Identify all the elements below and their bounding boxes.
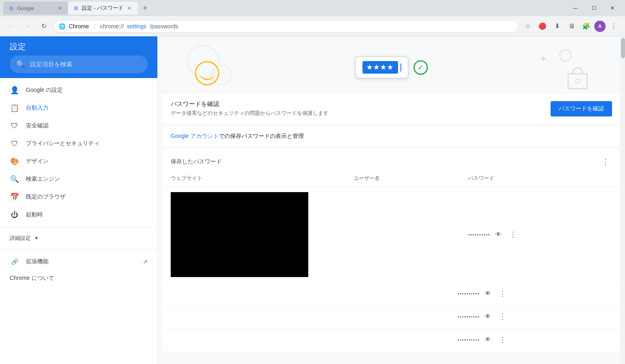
privacy-shield-icon: 🛡 [10, 139, 19, 148]
scrollbar-track [620, 36, 625, 364]
url-scheme: chrome:// [100, 23, 123, 30]
sidebar-item-autofill[interactable]: 📋 自動入力 [0, 99, 157, 117]
check-text-area: パスワードを確認 データ侵害などのセキュリティの問題からパスワードを保護します [171, 100, 544, 117]
password-cell-1: •••••••••• 👁 ⋮ [460, 187, 620, 282]
url-separator: | [94, 23, 95, 30]
check-description: データ侵害などのセキュリティの問題からパスワードを保護します [171, 110, 544, 117]
deco-asterisk: ✦ [539, 53, 547, 65]
screen-icon[interactable]: 🖥 [565, 20, 578, 33]
show-password-button-1[interactable]: 👁 [492, 228, 505, 241]
sidebar-item-design-label: デザイン [26, 158, 49, 165]
profile-avatar[interactable]: A [594, 21, 606, 32]
settings-header-title: 設定 [10, 41, 26, 52]
settings-search-bar: 設定 🔍 設定項目を検索 [0, 36, 157, 78]
about-chrome-label: Chrome について [10, 275, 54, 282]
close-button[interactable]: ✕ [603, 2, 622, 15]
password-more-button-3[interactable]: ⋮ [496, 310, 509, 323]
external-link-icon: ↗ [143, 258, 148, 265]
table-row: •••••••••• 👁 ⋮ [163, 305, 620, 328]
redacted-area [171, 192, 308, 277]
lock-illustration [568, 73, 588, 89]
password-more-button-4[interactable]: ⋮ [496, 333, 509, 346]
search-input[interactable]: 設定項目を検索 [30, 61, 72, 68]
sidebar: 設定 🔍 設定項目を検索 👤 Google の設定 📋 自動入力 [0, 36, 158, 364]
sidebar-item-search[interactable]: 🔍 検索エンジン [0, 170, 157, 188]
password-column-header: パスワード [460, 171, 620, 187]
autofill-icon: 📋 [10, 103, 19, 113]
account-link-part2: での保存パスワードの表示と管理 [219, 133, 304, 139]
nav-divider-2 [0, 249, 157, 250]
advanced-chevron-icon: ▼ [34, 235, 39, 241]
account-link-section: Google アカウントでの保存パスワードの表示と管理 [163, 127, 620, 146]
table-row: •••••••••• 👁 ⋮ [163, 328, 620, 351]
sidebar-item-search-label: 検索エンジン [26, 176, 60, 183]
check-title: パスワードを確認 [171, 100, 544, 108]
password-more-button-1[interactable]: ⋮ [506, 228, 519, 241]
extensions-icon[interactable]: 🧩 [580, 20, 593, 33]
sidebar-item-safety-label: 安全確認 [26, 122, 49, 129]
sidebar-item-startup[interactable]: ⏻ 起動時 [0, 206, 157, 224]
back-button[interactable]: ← [5, 20, 18, 33]
sidebar-item-privacy[interactable]: 🛡 プライバシーとセキュリティ [0, 135, 157, 152]
chrome-menu-icon[interactable]: ⋮ [607, 20, 620, 33]
reload-button[interactable]: ↻ [37, 20, 50, 33]
sidebar-item-about[interactable]: Chrome について [0, 271, 157, 286]
password-dots-1: •••••••••• [468, 233, 490, 237]
browser-window: G Google ✕ ⚙ 設定 - パスワード ✕ + — ☐ ✕ ← → ↻ … [0, 0, 625, 364]
sidebar-item-extensions[interactable]: 🔗 拡張機能 ↗ [0, 253, 157, 271]
saved-passwords-more-icon[interactable]: ⋮ [599, 155, 612, 168]
minimize-button[interactable]: — [566, 2, 585, 15]
password-cell-3: •••••••••• 👁 ⋮ [458, 310, 612, 323]
sidebar-item-advanced[interactable]: 詳細設定 ▼ [0, 231, 157, 246]
password-cell-2: •••••••••• 👁 ⋮ [458, 287, 612, 300]
bookmark-icon[interactable]: ☆ [521, 20, 534, 33]
website-cell-1 [163, 187, 345, 282]
design-icon: 🎨 [10, 157, 19, 166]
person-icon: 👤 [10, 85, 19, 95]
sidebar-item-default-browser[interactable]: 📅 既定のブラウザ [0, 188, 157, 206]
window-controls: — ☐ ✕ [566, 2, 622, 15]
tab-google-close[interactable]: ✕ [56, 4, 63, 12]
search-engine-icon: 🔍 [10, 174, 19, 184]
google-favicon: G [8, 5, 15, 11]
sidebar-extensions-label: 拡張機能 [26, 258, 49, 265]
sidebar-item-google[interactable]: 👤 Google の設定 [0, 81, 157, 99]
site-icon: 🌐 [59, 23, 66, 30]
tab-settings[interactable]: ⚙ 設定 - パスワード ✕ [68, 2, 138, 15]
password-row-1: •••••••••• 👁 ⋮ [468, 228, 612, 241]
default-browser-icon: 📅 [10, 192, 19, 202]
sidebar-item-startup-label: 起動時 [26, 211, 43, 218]
show-password-button-4[interactable]: 👁 [481, 333, 494, 346]
address-bar: ← → ↻ 🌐 Chrome | chrome://settings/passw… [0, 16, 625, 36]
extension-red-icon[interactable]: 🔴 [536, 20, 549, 33]
new-tab-button[interactable]: + [140, 2, 151, 14]
table-row: •••••••••• 👁 ⋮ [163, 282, 620, 305]
scrollbar-thumb[interactable] [621, 38, 625, 58]
tab-settings-close[interactable]: ✕ [126, 4, 133, 12]
password-cell-4: •••••••••• 👁 ⋮ [458, 333, 612, 346]
tab-settings-label: 設定 - パスワード [82, 4, 123, 12]
nav-divider [0, 227, 157, 227]
check-password-button[interactable]: パスワードを確認 [551, 101, 612, 116]
safety-shield-icon: 🛡 [10, 121, 19, 131]
show-password-button-2[interactable]: 👁 [481, 287, 494, 300]
show-password-button-3[interactable]: 👁 [481, 310, 494, 323]
download-icon[interactable]: ⬇ [551, 20, 564, 33]
settings-favicon: ⚙ [73, 5, 79, 11]
url-path-highlight: settings [127, 23, 146, 30]
maximize-button[interactable]: ☐ [585, 2, 603, 15]
hero-illustration: ✦ ★★★★ ✓ [163, 41, 620, 94]
sidebar-item-default-browser-label: 既定のブラウザ [26, 193, 66, 201]
table-row: •••••••••• 👁 ⋮ [163, 187, 620, 282]
url-path-end: /passwords [150, 23, 178, 30]
password-dots-2: •••••••••• [458, 292, 480, 296]
google-account-link-part1[interactable]: Google アカウント [171, 133, 219, 139]
sidebar-item-safety[interactable]: 🛡 安全確認 [0, 117, 157, 135]
forward-button[interactable]: → [21, 20, 34, 33]
main-content: 設定 🔍 設定項目を検索 👤 Google の設定 📋 自動入力 [0, 36, 625, 364]
settings-search-wrap[interactable]: 🔍 設定項目を検索 [10, 55, 148, 73]
sidebar-item-design[interactable]: 🎨 デザイン [0, 152, 157, 170]
password-more-button-2[interactable]: ⋮ [496, 287, 509, 300]
tab-google[interactable]: G Google ✕ [3, 2, 68, 15]
url-bar[interactable]: 🌐 Chrome | chrome://settings/passwords [53, 20, 518, 33]
